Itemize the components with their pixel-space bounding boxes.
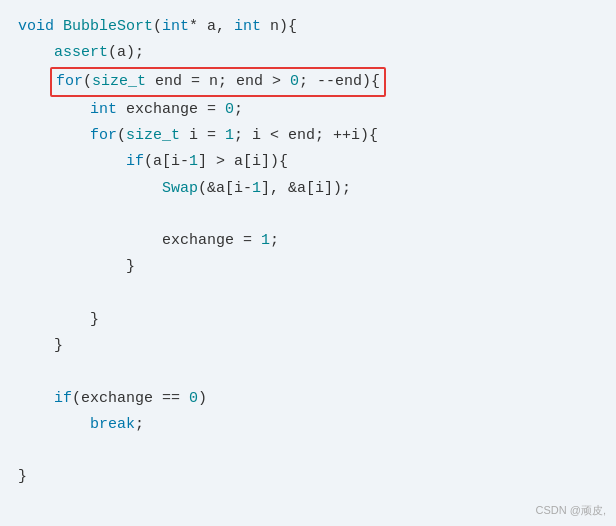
fn-assert: assert — [54, 44, 108, 61]
num-1-4: 1 — [261, 232, 270, 249]
code-line-6: if(a[i-1] > a[i]){ — [18, 149, 598, 175]
keyword-for2: for — [90, 127, 117, 144]
code-line-15: if(exchange == 0) — [18, 386, 598, 412]
num-1-2: 1 — [189, 153, 198, 170]
keyword-if2: if — [54, 390, 72, 407]
num-0-1: 0 — [290, 73, 299, 90]
code-line-5: for(size_t i = 1; i < end; ++i){ — [18, 123, 598, 149]
num-1-3: 1 — [252, 180, 261, 197]
num-0-2: 0 — [225, 101, 234, 118]
code-block: void BubbleSort(int* a, int n){ assert(a… — [18, 14, 598, 491]
highlighted-for-loop: for(size_t end = n; end > 0; --end){ — [50, 67, 386, 97]
watermark: CSDN @顽皮, — [536, 503, 606, 518]
code-line-13: } — [18, 333, 598, 359]
code-line-4: int exchange = 0; — [18, 97, 598, 123]
keyword-int2: int — [234, 18, 261, 35]
code-line-16: break; — [18, 412, 598, 438]
code-line-2: assert(a); — [18, 40, 598, 66]
code-line-1: void BubbleSort(int* a, int n){ — [18, 14, 598, 40]
code-line-10: } — [18, 254, 598, 280]
code-line-11 — [18, 281, 598, 307]
code-line-3: for(size_t end = n; end > 0; --end){ — [18, 67, 598, 97]
fn-name: BubbleSort — [63, 18, 153, 35]
fn-swap: Swap — [162, 180, 198, 197]
code-line-14 — [18, 359, 598, 385]
code-line-17 — [18, 438, 598, 464]
keyword-for1: for — [56, 73, 83, 90]
code-line-9: exchange = 1; — [18, 228, 598, 254]
keyword-break: break — [90, 416, 135, 433]
code-line-12: } — [18, 307, 598, 333]
code-line-8 — [18, 202, 598, 228]
code-line-7: Swap(&a[i-1], &a[i]); — [18, 176, 598, 202]
keyword-int3: int — [90, 101, 117, 118]
keyword-if1: if — [126, 153, 144, 170]
code-container: void BubbleSort(int* a, int n){ assert(a… — [0, 0, 616, 526]
num-1: 1 — [225, 127, 234, 144]
code-line-18: } — [18, 464, 598, 490]
keyword-size_t1: size_t — [92, 73, 146, 90]
num-0-3: 0 — [189, 390, 198, 407]
keyword-void: void — [18, 18, 54, 35]
keyword-size_t2: size_t — [126, 127, 180, 144]
keyword-int1: int — [162, 18, 189, 35]
